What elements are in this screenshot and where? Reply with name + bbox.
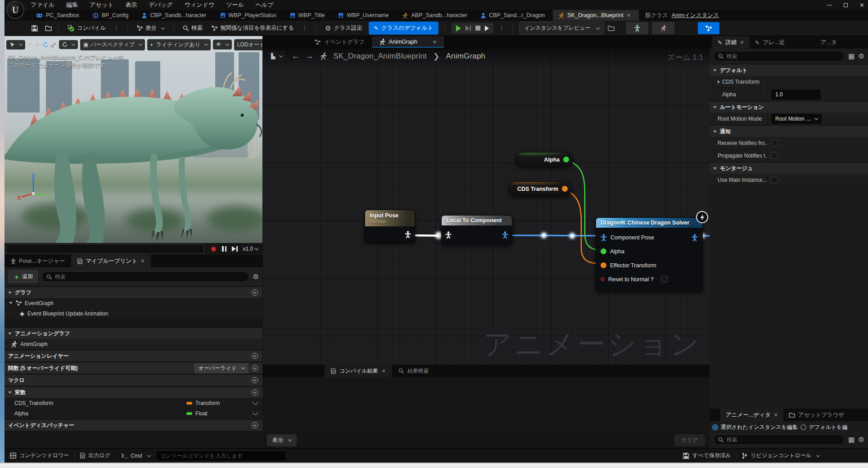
panel-settings-gear-icon[interactable]: ⚙ xyxy=(253,273,259,281)
class-defaults-button[interactable]: ✎ クラスのデフォルト xyxy=(369,22,439,35)
add-dispatcher-icon[interactable]: + xyxy=(252,422,258,428)
browse-asset-icon[interactable] xyxy=(45,25,52,31)
view-mode-dropdown[interactable]: ◐ライティングあり xyxy=(147,39,211,50)
section-default[interactable]: デフォルト xyxy=(710,65,868,76)
add-variable-icon[interactable]: + xyxy=(252,389,258,396)
pose-input-pin[interactable] xyxy=(445,231,452,238)
tab-compile-results[interactable]: コンパイル結果 ✕ xyxy=(325,364,392,377)
diff-button[interactable]: 差分 xyxy=(134,22,167,34)
pin-row-alpha[interactable]: Alpha xyxy=(596,244,702,258)
maximize-icon[interactable] xyxy=(844,3,848,7)
console-input[interactable] xyxy=(160,453,282,459)
display-filter-grid-icon[interactable]: ▦ xyxy=(848,52,854,60)
event-node-item[interactable]: ◈ Event Blueprint Update Animation xyxy=(5,308,262,319)
settings-gear-icon[interactable]: ⚙ xyxy=(859,436,864,444)
timeline-scrubber[interactable] xyxy=(6,244,204,254)
row-propagate-notifies[interactable]: Propagate Notifies t... xyxy=(710,149,868,162)
tab-animgraph[interactable]: AnimGraph ✕ xyxy=(372,36,444,48)
edit-defaults-radio[interactable] xyxy=(800,424,806,430)
play-options-icon[interactable]: ⋮ xyxy=(497,25,506,32)
playback-speed-dropdown[interactable]: x1.0 xyxy=(243,246,258,252)
section-notifies[interactable]: 通知 xyxy=(710,126,868,137)
add-function-icon[interactable]: + xyxy=(252,365,258,371)
section-montage[interactable]: モンタージュ xyxy=(710,163,868,174)
breadcrumb-root[interactable]: SK_Dragon_AnimBlueprint xyxy=(333,52,427,61)
transform-output-pin[interactable] xyxy=(562,186,568,192)
perspective-dropdown[interactable]: ▣パースペクティブ xyxy=(80,39,145,50)
clear-button[interactable]: クリア xyxy=(674,434,705,446)
animgraph-canvas[interactable]: ▙ ← → SK_Dragon_AnimBlueprint ❯ AnimGrap… xyxy=(262,48,710,364)
section-animation-layers[interactable]: アニメーションレイヤー+ xyxy=(5,351,262,361)
menu-view[interactable]: 表示 xyxy=(125,1,137,9)
section-macros[interactable]: マクロ+ xyxy=(5,375,262,386)
preview-instance-dropdown[interactable]: インスタンスをプレビュー xyxy=(519,22,604,35)
section-animation-graphs[interactable]: アニメーショングラフ xyxy=(5,328,262,339)
revision-control-dropdown[interactable]: リビジョンコントロール xyxy=(737,449,825,463)
find-button[interactable]: 検索 xyxy=(180,22,205,34)
asset-tab-sk-dragon-blueprint[interactable]: SK_Dragon...Blueprint✕ xyxy=(553,10,639,21)
pose-output-pin[interactable] xyxy=(405,231,411,238)
asset-tab-bp-config[interactable]: BP_Config xyxy=(87,10,137,21)
browse-preview-icon[interactable] xyxy=(608,25,615,31)
close-tab-icon[interactable]: ✕ xyxy=(740,40,744,45)
reset-bool-input-pin[interactable] xyxy=(601,277,605,281)
animgraph-item[interactable]: AnimGraph xyxy=(5,339,262,349)
compile-options-icon[interactable]: ⋮ xyxy=(112,25,121,32)
tab-preview-settings[interactable]: ✎ プレ...定 xyxy=(750,36,790,49)
settings-gear-icon[interactable]: ⚙ xyxy=(859,52,864,60)
dragonik-solver-node[interactable]: DragonIK Chinese Dragon Solver Component… xyxy=(596,217,703,291)
alpha-input-pin[interactable] xyxy=(601,248,606,254)
nav-forward-icon[interactable]: → xyxy=(306,52,313,61)
show-dropdown[interactable]: 👁 xyxy=(213,40,232,50)
menu-window[interactable]: ウィンドウ xyxy=(185,1,215,9)
alpha-variable-node[interactable]: Alpha xyxy=(515,152,573,167)
step-icon[interactable] xyxy=(485,26,489,31)
console-command-box[interactable] xyxy=(156,450,286,461)
float-output-pin[interactable] xyxy=(563,157,569,162)
row-cds-transform[interactable]: CDS Transform xyxy=(710,76,868,88)
edit-selected-instance-radio[interactable] xyxy=(712,424,718,430)
hide-unrelated-button[interactable]: 無関係な項目を非表示にする xyxy=(209,22,297,34)
root-motion-mode-dropdown[interactable]: Root Motion from M xyxy=(771,114,822,124)
tab-details[interactable]: ✎ 詳細 ✕ xyxy=(712,36,750,49)
details-search[interactable] xyxy=(713,51,845,62)
input-pose-node[interactable]: Input Pose InPose xyxy=(365,210,415,243)
menu-debug[interactable]: デバッグ xyxy=(149,1,172,9)
close-tab-icon[interactable]: ✕ xyxy=(140,258,145,264)
parent-class-link[interactable]: Animインスタンス xyxy=(672,12,719,19)
menu-tools[interactable]: ツール xyxy=(226,1,244,9)
tab-find-results[interactable]: 結果検索 xyxy=(392,364,435,377)
pin-row-effector-transform[interactable]: Effector Transform xyxy=(596,258,702,272)
preview-mesh-button[interactable] xyxy=(626,22,648,34)
menu-file[interactable]: ファイル xyxy=(31,1,54,9)
compile-button[interactable]: コンパイル xyxy=(65,22,108,34)
cmd-dropdown[interactable]: ❯_ Cmd xyxy=(116,449,156,463)
menu-asset[interactable]: アセット xyxy=(90,1,113,9)
component-pose-output-pin[interactable] xyxy=(692,234,698,241)
reset-checkbox[interactable] xyxy=(661,276,668,283)
row-use-main-instance[interactable]: Use Main Instance... xyxy=(710,174,868,186)
show-filter-dropdown[interactable]: 表示 xyxy=(267,434,297,446)
section-variables[interactable]: 変数+ xyxy=(5,387,262,398)
asset-tab-cbp-dragon[interactable]: CBP_Sand...r_Dragon xyxy=(475,10,553,21)
close-tab-icon[interactable]: ✕ xyxy=(433,39,437,45)
tab-pose-manager[interactable]: Pose...ネージャー xyxy=(5,255,71,267)
local-to-component-node[interactable]: Local To Component xyxy=(441,215,512,244)
play-icon[interactable] xyxy=(456,25,461,32)
propagate-notifies-checkbox[interactable] xyxy=(771,152,778,159)
record-icon[interactable] xyxy=(211,246,217,252)
section-event-dispatchers[interactable]: イベントディスパッチャー+ xyxy=(5,420,262,431)
use-main-instance-checkbox[interactable] xyxy=(771,176,778,183)
tab-event-graph[interactable]: イベントグラフ xyxy=(307,36,372,48)
override-dropdown[interactable]: オーバーライド xyxy=(194,363,249,374)
step-forward-icon[interactable] xyxy=(232,246,238,252)
search-input[interactable] xyxy=(727,53,840,59)
rotate-tool-icon[interactable] xyxy=(43,42,49,48)
add-layer-icon[interactable]: + xyxy=(252,353,258,359)
tab-asset-browser[interactable]: アセットブラウザ xyxy=(783,409,850,421)
add-macro-icon[interactable]: + xyxy=(252,377,258,383)
close-tab-icon[interactable]: ✕ xyxy=(627,13,631,18)
search-input[interactable] xyxy=(55,274,244,280)
add-graph-icon[interactable]: + xyxy=(252,289,258,296)
my-blueprint-search[interactable] xyxy=(41,271,249,282)
